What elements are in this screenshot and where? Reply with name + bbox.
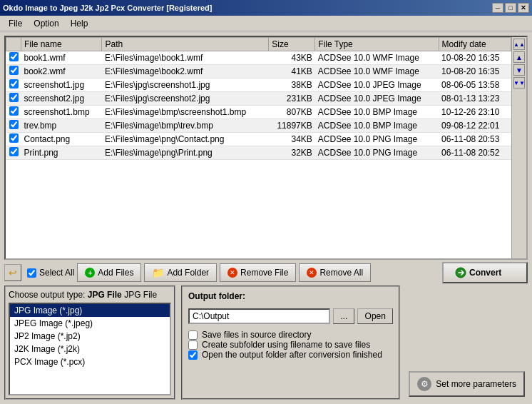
output-type-item[interactable]: JPG Image (*.jpg) bbox=[10, 304, 170, 317]
row-checkbox-cell bbox=[6, 65, 21, 79]
row-filename: Contact.png bbox=[21, 133, 102, 146]
gear-icon: ⚙ bbox=[417, 377, 431, 391]
folder-option-row: Open the output folder after conversion … bbox=[188, 350, 393, 360]
table-row: book2.wmf E:\Files\image\book2.wmf 41KB … bbox=[6, 65, 511, 79]
output-type-item[interactable]: JPEG Image (*.jpeg) bbox=[10, 317, 170, 330]
remove-file-button[interactable]: ✕ Remove File bbox=[220, 263, 296, 282]
row-path: E:\Files\image\book2.wmf bbox=[102, 65, 269, 79]
row-filename: screenshot2.jpg bbox=[21, 92, 102, 106]
row-checkbox-cell bbox=[6, 79, 21, 92]
browse-button[interactable]: ... bbox=[333, 308, 354, 324]
output-type-item[interactable]: J2K Image (*.j2k) bbox=[10, 343, 170, 355]
row-checkbox[interactable] bbox=[9, 120, 19, 129]
close-button[interactable]: ✕ bbox=[518, 3, 529, 13]
scroll-down-button[interactable]: ▼ bbox=[513, 64, 525, 76]
open-folder-button[interactable]: Open bbox=[357, 308, 393, 324]
folder-options: Save files in source directory Create su… bbox=[188, 330, 393, 360]
minimize-button[interactable]: ─ bbox=[492, 3, 503, 13]
row-checkbox[interactable] bbox=[9, 106, 19, 116]
row-path: E:\Files\jpg\screenshot1.jpg bbox=[102, 79, 269, 92]
row-filename: book1.wmf bbox=[21, 51, 102, 65]
main-content: File name Path Size File Type Modify dat… bbox=[0, 31, 532, 404]
file-table: File name Path Size File Type Modify dat… bbox=[6, 37, 511, 160]
row-checkbox[interactable] bbox=[9, 52, 19, 61]
row-filename: screenshot1.bmp bbox=[21, 106, 102, 119]
row-filetype: ACDSee 10.0 JPEG Image bbox=[315, 92, 439, 106]
row-checkbox-cell bbox=[6, 119, 21, 133]
row-checkbox-cell bbox=[6, 146, 21, 160]
add-folder-button[interactable]: 📁 Add Folder bbox=[144, 263, 217, 282]
convert-icon bbox=[455, 267, 466, 278]
folder-option-row: Save files in source directory bbox=[188, 330, 393, 340]
row-checkbox[interactable] bbox=[9, 133, 19, 143]
folder-input-row: ... Open bbox=[188, 308, 393, 324]
table-row: screenshot1.jpg E:\Files\jpg\screenshot1… bbox=[6, 79, 511, 92]
row-filetype: ACDSee 10.0 PNG Image bbox=[315, 133, 439, 146]
row-date: 10-08-20 16:35 bbox=[439, 51, 511, 65]
table-row: screenshot1.bmp E:\Files\image\bmp\scree… bbox=[6, 106, 511, 119]
toolbar-row: ↩ Select All + Add Files 📁 Add Folder ✕ … bbox=[4, 263, 528, 283]
scroll-up-button[interactable]: ▲ bbox=[513, 51, 525, 63]
col-header-filetype: File Type bbox=[315, 38, 439, 51]
add-folder-icon: 📁 bbox=[152, 267, 164, 278]
folder-option-label: Save files in source directory bbox=[202, 330, 311, 340]
remove-all-button[interactable]: ✕ Remove All bbox=[299, 263, 371, 282]
file-table-container: File name Path Size File Type Modify dat… bbox=[6, 37, 511, 258]
row-size: 34KB bbox=[269, 133, 315, 146]
table-row: Contact.png E:\Files\image\png\Contact.p… bbox=[6, 133, 511, 146]
col-header-path: Path bbox=[102, 38, 269, 51]
folder-option-checkbox[interactable] bbox=[188, 330, 198, 340]
row-size: 43KB bbox=[269, 51, 315, 65]
row-date: 06-11-08 20:52 bbox=[439, 146, 511, 160]
row-path: E:\Files\image\bmp\screenshot1.bmp bbox=[102, 106, 269, 119]
row-filetype: ACDSee 10.0 PNG Image bbox=[315, 146, 439, 160]
output-type-item[interactable]: JP2 Image (*.jp2) bbox=[10, 330, 170, 343]
col-header-check bbox=[6, 38, 21, 51]
row-filename: screenshot1.jpg bbox=[21, 79, 102, 92]
bottom-right: ⚙ Set more parameters bbox=[406, 286, 528, 400]
scroll-buttons: ▲▲ ▲ ▼ ▼▼ bbox=[511, 37, 526, 258]
select-all-area: Select All bbox=[27, 268, 74, 278]
scroll-bottom-button[interactable]: ▼▼ bbox=[513, 77, 525, 89]
row-date: 06-11-08 20:53 bbox=[439, 133, 511, 146]
add-files-button[interactable]: + Add Files bbox=[77, 263, 141, 282]
output-folder-label: Output folder: bbox=[188, 291, 393, 301]
back-button[interactable]: ↩ bbox=[4, 264, 21, 281]
output-type-item[interactable]: PCX Image (*.pcx) bbox=[10, 355, 170, 368]
row-filename: trev.bmp bbox=[21, 119, 102, 133]
output-folder-panel: Output folder: ... Open Save files in so… bbox=[181, 286, 400, 400]
menubar: File Option Help bbox=[0, 16, 532, 31]
row-filetype: ACDSee 10.0 BMP Image bbox=[315, 106, 439, 119]
folder-option-label: Create subfolder using filename to save … bbox=[202, 340, 370, 350]
menu-option[interactable]: Option bbox=[28, 17, 64, 30]
row-filetype: ACDSee 10.0 WMF Image bbox=[315, 51, 439, 65]
row-filename: book2.wmf bbox=[21, 65, 102, 79]
row-size: 231KB bbox=[269, 92, 315, 106]
set-params-button[interactable]: ⚙ Set more parameters bbox=[409, 371, 525, 397]
row-path: E:\Files\image\bmp\trev.bmp bbox=[102, 119, 269, 133]
menu-file[interactable]: File bbox=[3, 17, 28, 30]
row-size: 11897KB bbox=[269, 119, 315, 133]
scroll-top-button[interactable]: ▲▲ bbox=[513, 39, 525, 50]
select-all-checkbox[interactable] bbox=[27, 268, 36, 278]
row-path: E:\Files\image\png\Print.png bbox=[102, 146, 269, 160]
row-date: 09-08-12 22:01 bbox=[439, 119, 511, 133]
folder-option-label: Open the output folder after conversion … bbox=[202, 350, 382, 360]
row-checkbox[interactable] bbox=[9, 147, 19, 156]
row-checkbox[interactable] bbox=[9, 79, 19, 89]
titlebar-title: Okdo Image to Jpeg J2k Jp2 Pcx Converter… bbox=[3, 4, 212, 12]
folder-path-input[interactable] bbox=[188, 308, 330, 324]
output-type-list[interactable]: JPG Image (*.jpg)JPEG Image (*.jpeg)JP2 … bbox=[9, 303, 171, 395]
row-checkbox[interactable] bbox=[9, 66, 19, 75]
row-filetype: ACDSee 10.0 BMP Image bbox=[315, 119, 439, 133]
file-list-panel: File name Path Size File Type Modify dat… bbox=[4, 36, 528, 260]
folder-option-checkbox[interactable] bbox=[188, 340, 198, 350]
folder-option-checkbox[interactable] bbox=[188, 350, 198, 360]
restore-button[interactable]: □ bbox=[505, 3, 516, 13]
menu-help[interactable]: Help bbox=[65, 17, 94, 30]
convert-button[interactable]: Convert bbox=[442, 262, 528, 283]
table-row: screenshot2.jpg E:\Files\jpg\screenshot2… bbox=[6, 92, 511, 106]
col-header-size: Size bbox=[269, 38, 315, 51]
row-size: 32KB bbox=[269, 146, 315, 160]
row-checkbox[interactable] bbox=[9, 93, 19, 102]
